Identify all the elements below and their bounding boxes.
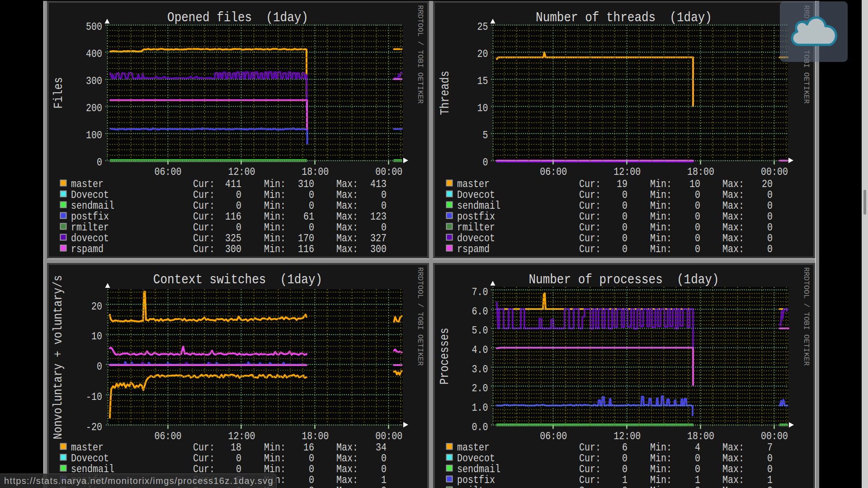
svg-text:0: 0 [622, 211, 627, 223]
svg-text:4.0: 4.0 [472, 344, 488, 357]
svg-text:12:00: 12:00 [613, 431, 641, 443]
svg-text:0: 0 [695, 485, 700, 488]
svg-text:0: 0 [695, 211, 700, 223]
svg-text:18: 18 [231, 442, 241, 454]
svg-text:15: 15 [477, 75, 488, 88]
svg-text:Nonvoluntary + voluntary/s: Nonvoluntary + voluntary/s [51, 275, 65, 439]
svg-text:12:00: 12:00 [228, 431, 255, 443]
svg-text:Max:: Max: [336, 453, 358, 465]
svg-text:Min:: Min: [650, 453, 672, 465]
svg-text:Files: Files [52, 77, 66, 109]
svg-text:Max:: Max: [336, 189, 358, 202]
svg-text:Min:: Min: [650, 200, 672, 212]
svg-text:Dovecot: Dovecot [71, 453, 109, 465]
svg-text:16: 16 [303, 442, 314, 454]
svg-text:20: 20 [477, 48, 488, 61]
svg-text:Cur:: Cur: [579, 233, 601, 245]
svg-text:0: 0 [236, 453, 241, 465]
svg-text:0: 0 [622, 244, 627, 256]
svg-text:Cur:: Cur: [193, 442, 215, 454]
svg-text:Context switches (1day): Context switches (1day) [153, 272, 322, 287]
svg-text:master: master [457, 178, 490, 191]
svg-text:postfix: postfix [71, 211, 109, 223]
svg-text:Min:: Min: [264, 453, 286, 465]
svg-text:0: 0 [309, 464, 314, 476]
svg-text:sendmail: sendmail [457, 464, 500, 476]
svg-text:Max:: Max: [336, 464, 358, 476]
svg-text:Cur:: Cur: [579, 189, 601, 202]
svg-text:0: 0 [309, 453, 314, 465]
svg-text:Min:: Min: [264, 244, 286, 256]
svg-text:18:00: 18:00 [302, 431, 329, 443]
svg-text:00:00: 00:00 [761, 166, 788, 178]
svg-text:Max:: Max: [336, 200, 358, 212]
svg-text:-10: -10 [86, 391, 102, 404]
svg-text:00:00: 00:00 [375, 431, 402, 443]
svg-text:rmilter: rmilter [71, 222, 109, 234]
svg-text:7.0: 7.0 [472, 286, 488, 299]
svg-text:Cur:: Cur: [579, 442, 601, 454]
svg-text:0: 0 [767, 200, 773, 212]
svg-text:1: 1 [695, 474, 700, 487]
svg-text:0: 0 [236, 189, 241, 202]
svg-text:0: 0 [695, 244, 700, 256]
svg-text:18:00: 18:00 [687, 431, 714, 443]
svg-text:master: master [71, 442, 104, 454]
svg-text:0: 0 [309, 200, 314, 212]
svg-text:200: 200 [86, 103, 102, 115]
svg-text:170: 170 [298, 233, 314, 245]
svg-text:Max:: Max: [722, 485, 744, 488]
svg-text:rmilter: rmilter [457, 485, 495, 488]
svg-text:dovecot: dovecot [71, 233, 109, 245]
svg-text:10: 10 [689, 178, 700, 191]
svg-text:Min:: Min: [650, 222, 672, 234]
svg-text:Cur:: Cur: [193, 211, 215, 223]
svg-text:0.0: 0.0 [472, 421, 488, 433]
svg-text:12:00: 12:00 [613, 166, 641, 178]
svg-text:Max:: Max: [722, 474, 744, 487]
svg-text:0: 0 [381, 485, 387, 488]
svg-text:00:00: 00:00 [761, 431, 788, 443]
svg-text:310: 310 [298, 178, 314, 191]
svg-text:0: 0 [482, 157, 488, 169]
svg-text:dovecot: dovecot [457, 233, 495, 245]
svg-text:327: 327 [370, 233, 387, 245]
svg-text:Max:: Max: [336, 211, 358, 223]
svg-text:00:00: 00:00 [375, 166, 402, 178]
svg-text:0: 0 [767, 453, 773, 465]
svg-text:Min:: Min: [264, 189, 286, 202]
svg-text:0: 0 [695, 222, 700, 234]
svg-text:master: master [71, 178, 104, 191]
svg-text:1: 1 [381, 474, 387, 487]
svg-text:300: 300 [370, 244, 387, 256]
svg-text:Number of threads (1day): Number of threads (1day) [536, 10, 712, 25]
svg-text:06:00: 06:00 [540, 431, 567, 443]
svg-text:Max:: Max: [336, 222, 358, 234]
svg-text:325: 325 [225, 233, 241, 245]
svg-text:Max:: Max: [336, 178, 358, 191]
svg-text:Max:: Max: [722, 189, 744, 202]
svg-text:7: 7 [767, 442, 773, 454]
svg-text:0: 0 [622, 222, 627, 234]
svg-text:Max:: Max: [336, 474, 358, 487]
svg-text:0: 0 [767, 222, 773, 234]
svg-text:500: 500 [86, 21, 102, 33]
svg-text:Cur:: Cur: [579, 453, 601, 465]
svg-text:06:00: 06:00 [155, 166, 182, 178]
svg-text:Cur:: Cur: [579, 244, 601, 256]
svg-text:Min:: Min: [650, 474, 672, 487]
svg-text:300: 300 [86, 75, 102, 88]
svg-text:Max:: Max: [722, 211, 744, 223]
svg-text:0: 0 [381, 464, 387, 476]
svg-text:116: 116 [225, 211, 241, 223]
svg-text:Processes: Processes [438, 328, 452, 385]
svg-text:postfix: postfix [457, 474, 495, 487]
svg-text:Threads: Threads [438, 71, 452, 115]
svg-text:61: 61 [303, 211, 314, 223]
svg-text:5.0: 5.0 [472, 325, 488, 337]
svg-text:Max:: Max: [722, 464, 744, 476]
svg-text:1.0: 1.0 [472, 402, 488, 414]
svg-text:1: 1 [622, 474, 627, 487]
svg-text:Opened files (1day): Opened files (1day) [167, 10, 308, 25]
svg-text:0: 0 [767, 189, 773, 202]
